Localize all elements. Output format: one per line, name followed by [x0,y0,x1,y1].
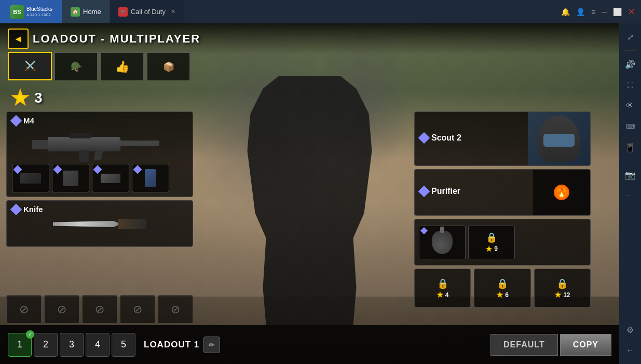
bottom-right-slot-2[interactable]: 🔒 6 [474,269,530,307]
menu-icon[interactable]: ≡ [591,8,595,16]
operator-card[interactable]: Scout 2 [414,111,591,166]
attachment-slot-1[interactable] [12,164,49,192]
purifier-icon: 🔥 [554,185,569,200]
loadout-slot-5[interactable]: 5 [112,333,135,357]
back-sidebar-btn[interactable]: ← [622,342,638,359]
slot-5-prohibited: ⊘ [171,303,180,316]
equipment-slots: 🔒 9 [415,221,590,263]
helmet-visor [543,134,575,147]
attach-diamond-4 [133,165,142,174]
slot-2-prohibited: ⊘ [57,303,66,316]
loadout-num-2: 2 [43,339,48,350]
tab-cod[interactable]: 🎮 Call of Duty ✕ [110,0,184,23]
loadout-slot-3[interactable]: 3 [60,333,84,357]
bottom-slot-3[interactable]: ⊘ [82,295,117,324]
mini-star-12 [554,291,562,299]
default-button[interactable]: DEFAULT [490,334,558,356]
attachment-1-graphic [20,173,41,184]
attachment-2-graphic [63,171,78,186]
more-dots-icon: ··· [627,193,633,199]
restore-button[interactable]: ⬜ [613,8,622,16]
window-controls: 🔔 👤 ≡ ─ ⬜ ✕ [561,7,641,17]
settings-sidebar-btn[interactable]: ⚙ [622,321,638,338]
secondary-weapon-card[interactable]: Knife [6,200,193,247]
phone-icon: 📱 [625,143,635,152]
tab-operator[interactable]: 🪖 [54,52,98,80]
grenade-slot[interactable] [419,226,466,259]
bottom-left-slots: ⊘ ⊘ ⊘ ⊘ ⊘ [6,295,193,324]
page-title: LOADOUT - MULTIPLAYER [33,32,200,46]
tabs-area: 🏠 Home 🎮 Call of Duty ✕ [62,0,561,23]
edit-loadout-button[interactable]: ✏ [203,337,220,353]
loadout-numbers: 1 ✓ 2 3 4 5 [8,333,135,357]
visibility-sidebar-btn[interactable]: 👁 [622,97,638,114]
more-sidebar-btn[interactable]: ··· [622,187,638,204]
primary-diamond-icon [10,115,22,127]
tab-scorestreaks-tab[interactable]: 📦 [146,52,190,80]
locked-slot-9[interactable]: 🔒 9 [468,226,515,259]
back-button[interactable]: ◄ [8,29,29,49]
loadout-slot-4[interactable]: 4 [86,333,110,357]
settings-icon: ⚙ [626,325,634,335]
minimize-button[interactable]: ─ [602,8,607,16]
star-counter: 3 [10,88,43,108]
scorestreak-diamond-icon [418,186,430,198]
profile-icon[interactable]: 👤 [576,8,585,16]
keyboard-sidebar-btn[interactable]: ⌨ [622,118,638,135]
knife-image-area [12,217,187,231]
primary-weapon-card[interactable]: M4 [6,111,193,197]
lock-icon-9: 🔒 [486,232,497,243]
back-arrow-sidebar-icon: ← [626,346,634,355]
fullscreen-icon: ⛶ [627,81,633,89]
bottom-slot-2[interactable]: ⊘ [44,295,79,324]
expand-sidebar-btn[interactable]: ⤢ [622,29,638,45]
equipment-card: 🔒 9 [414,219,591,265]
loadout-num-5: 5 [121,339,126,350]
attachment-slot-3[interactable] [92,164,129,192]
copy-button[interactable]: COPY [560,334,611,356]
primary-weapon-image [12,128,187,162]
camera-sidebar-btn[interactable]: 📷 [622,166,638,183]
camera-icon: 📷 [625,170,635,180]
bottom-right-slot-3[interactable]: 🔒 12 [534,269,591,307]
phone-sidebar-btn[interactable]: 📱 [622,139,638,156]
attach-diamond-2 [53,165,62,174]
primary-weapon-header: M4 [12,116,187,125]
star-count-9: 9 [494,245,498,253]
attachment-slot-4[interactable] [132,164,169,192]
volume-sidebar-btn[interactable]: 🔊 [622,56,638,73]
star-icon [10,88,30,108]
loadout-label-area: LOADOUT 1 ✏ [144,337,220,353]
fullscreen-sidebar-btn[interactable]: ⛶ [622,77,638,93]
loadout-slot-1[interactable]: 1 ✓ [8,333,32,357]
tab-home[interactable]: 🏠 Home [62,0,110,23]
lock-icon-12: 🔒 [556,278,568,289]
operator-info: Scout 2 [415,128,528,150]
attach-diamond-3 [93,165,102,174]
operator-name: Scout 2 [431,133,461,143]
tab-weapons[interactable]: ⚔️ [8,52,52,80]
bottom-right-slot-1[interactable]: 🔒 4 [414,269,471,307]
notification-bell[interactable]: 🔔 [561,8,570,16]
expand-icon: ⤢ [627,32,634,42]
loadout-slot-2[interactable]: 2 [34,333,58,357]
home-icon: 🏠 [71,7,80,17]
attachment-slot-2[interactable] [52,164,89,192]
active-checkmark: ✓ [26,330,34,339]
loadout-num-4: 4 [95,339,100,350]
scorestreak-card[interactable]: Purifier 🔥 [414,169,591,216]
edit-icon: ✏ [209,341,215,349]
close-button[interactable]: ✕ [628,7,635,17]
tab-perks[interactable]: 👍 [100,52,144,80]
bottom-slot-4[interactable]: ⊘ [120,295,155,324]
scorestreak-thumbnail: 🔥 [533,169,590,216]
back-arrow-icon: ◄ [13,34,23,45]
left-loadout-panel: M4 [6,111,193,247]
bottom-slot-5[interactable]: ⊘ [158,295,193,324]
star-count-6: 6 [505,291,509,299]
tab-close-icon[interactable]: ✕ [171,8,175,15]
bottom-slot-1[interactable]: ⊘ [6,295,42,324]
secondary-diamond-icon [10,203,22,215]
mini-star-6 [496,291,503,299]
attachments-row [12,164,187,192]
